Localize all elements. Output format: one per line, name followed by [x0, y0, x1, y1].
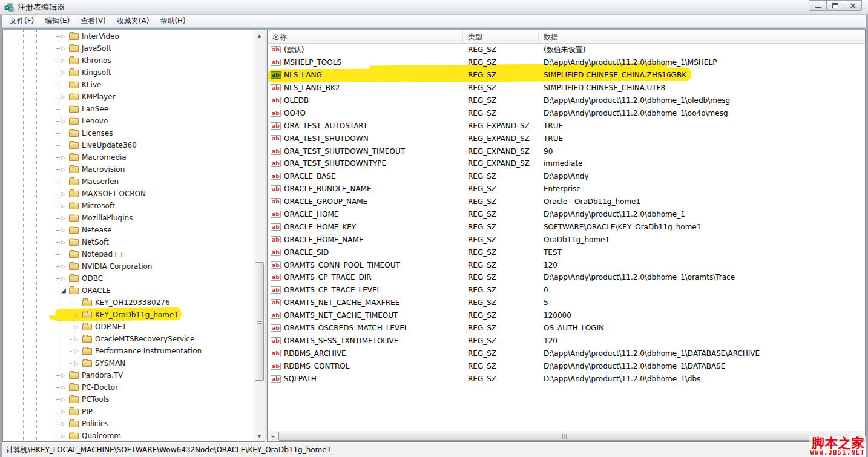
- expander-icon[interactable]: ▷: [61, 421, 68, 427]
- registry-value-row[interactable]: ab OLEDB REG_SZ D:\app\Andy\product\11.2…: [268, 94, 865, 107]
- maximize-button[interactable]: [826, 0, 844, 11]
- scroll-down-arrow-icon[interactable]: ▼: [254, 431, 265, 441]
- expander-icon[interactable]: ▷: [61, 228, 68, 233]
- expander-icon[interactable]: ▷: [61, 70, 68, 76]
- tree-item[interactable]: ▷ PCTools: [3, 393, 254, 406]
- expander-icon[interactable]: ▷: [61, 385, 68, 390]
- tree-vertical-scrollbar[interactable]: ▲ ▼: [254, 30, 265, 441]
- tree-item[interactable]: ▷ Kingsoft: [3, 67, 254, 79]
- tree-item[interactable]: ▷ Pandora.TV: [3, 369, 254, 381]
- expander-icon[interactable]: ▷: [61, 215, 68, 221]
- registry-value-row[interactable]: ab ORACLE_SID REG_SZ TEST: [268, 246, 865, 258]
- registry-value-row[interactable]: ab SQLPATH REG_SZ D:\app\Andy\product\11…: [268, 372, 865, 385]
- registry-value-row[interactable]: ab RDBMS_ARCHIVE REG_SZ D:\app\Andy\prod…: [268, 347, 865, 360]
- tree-item[interactable]: ▷ KMPlayer: [3, 91, 254, 103]
- minimize-button[interactable]: [809, 0, 827, 11]
- tree-item[interactable]: ▷ OracleMTSRecoveryService: [3, 333, 254, 345]
- tree-item[interactable]: ▷ InterVideo: [3, 30, 254, 42]
- expander-icon[interactable]: ▷: [61, 34, 68, 39]
- registry-value-row[interactable]: ab ORACLE_BUNDLE_NAME REG_SZ Enterprise: [268, 183, 865, 196]
- registry-value-row[interactable]: ab RDBMS_CONTROL REG_SZ D:\app\Andy\prod…: [268, 360, 865, 372]
- tree-item[interactable]: ▷ KEY_OraDb11g_home1: [3, 309, 254, 321]
- expander-icon[interactable]: ▷: [61, 94, 68, 100]
- registry-value-row[interactable]: ab ORACLE_HOME_KEY REG_SZ SOFTWARE\ORACL…: [268, 220, 865, 233]
- tree-scrollbar-thumb[interactable]: [255, 262, 264, 381]
- scroll-left-arrow-icon[interactable]: ◄: [268, 431, 278, 441]
- registry-value-row[interactable]: ab ORA_TEST_SHUTDOWNTYPE REG_EXPAND_SZ i…: [268, 157, 865, 170]
- menu-item-help[interactable]: 帮助(H): [154, 15, 191, 27]
- values-horizontal-scrollbar[interactable]: ◄ ►: [268, 431, 865, 441]
- registry-value-row[interactable]: ab NLS_LANG REG_SZ SIMPLIFIED CHINESE_CH…: [268, 69, 865, 82]
- expander-icon[interactable]: ▷: [61, 433, 68, 439]
- tree-item[interactable]: ▷ JavaSoft: [3, 42, 254, 54]
- menu-item-edit[interactable]: 编辑(E): [39, 15, 75, 27]
- expander-icon[interactable]: ▷: [61, 167, 68, 173]
- expander-icon[interactable]: ▷: [61, 58, 68, 64]
- expander-icon[interactable]: ▷: [61, 240, 68, 245]
- expander-icon[interactable]: ▷: [61, 276, 68, 281]
- registry-value-row[interactable]: ab ORA_TEST_SHUTDOWN_TIMEOUT REG_EXPAND_…: [268, 145, 865, 157]
- tree-item[interactable]: ▷ PC-Doctor: [3, 381, 254, 393]
- expander-icon[interactable]: ▷: [61, 397, 68, 403]
- tree-item[interactable]: KLive: [3, 79, 254, 91]
- close-button[interactable]: ×: [844, 0, 862, 11]
- expander-icon[interactable]: ▷: [74, 324, 82, 330]
- registry-value-row[interactable]: ab ORACLE_BASE REG_SZ D:\app\Andy: [268, 170, 865, 183]
- tree-item[interactable]: ▷ MozillaPlugins: [3, 212, 254, 224]
- tree-item[interactable]: ▷ ODP.NET: [3, 321, 254, 333]
- registry-value-row[interactable]: ab ORAMTS_OSCREDS_MATCH_LEVEL REG_SZ OS_…: [268, 322, 865, 335]
- registry-value-row[interactable]: ab ORA_TEST_AUTOSTART REG_EXPAND_SZ TRUE: [268, 119, 865, 132]
- tree-item[interactable]: Notepad++: [3, 248, 254, 260]
- menu-item-file[interactable]: 文件(F): [4, 15, 39, 27]
- tree-item[interactable]: ▷ PIP: [3, 406, 254, 418]
- expander-icon[interactable]: ◢: [61, 288, 68, 294]
- tree-item[interactable]: KEY_OH1293380276: [3, 297, 254, 309]
- tree-item[interactable]: ◢ ORACLE: [3, 284, 254, 297]
- tree-item[interactable]: ▷ Khronos: [3, 54, 254, 67]
- tree-item[interactable]: ▷ MAXSOFT-OCRON: [3, 188, 254, 200]
- registry-value-row[interactable]: ab ORACLE_HOME_NAME REG_SZ OraDb11g_home…: [268, 233, 865, 246]
- expander-icon[interactable]: ▷: [74, 349, 82, 354]
- tree-item[interactable]: ▷ Lenovo: [3, 115, 254, 127]
- tree-item[interactable]: ▷ Microsoft: [3, 200, 254, 212]
- registry-value-row[interactable]: ab ORAMTS_CP_TRACE_LEVEL REG_SZ 0: [268, 284, 865, 297]
- column-header-type[interactable]: 类型: [463, 30, 539, 43]
- registry-value-row[interactable]: ab ORAMTS_CONN_POOL_TIMEOUT REG_SZ 120: [268, 258, 865, 271]
- menu-item-view[interactable]: 查看(V): [75, 15, 111, 27]
- expander-icon[interactable]: ▷: [61, 373, 68, 378]
- scroll-up-arrow-icon[interactable]: ▲: [254, 30, 265, 41]
- registry-value-row[interactable]: ab ORAMTS_NET_CACHE_TIMEOUT REG_SZ 12000…: [268, 309, 865, 322]
- registry-value-row[interactable]: ab ORAMTS_NET_CACHE_MAXFREE REG_SZ 5: [268, 297, 865, 309]
- expander-icon[interactable]: ▷: [61, 409, 68, 415]
- registry-value-row[interactable]: ab ORA_TEST_SHUTDOWN REG_EXPAND_SZ TRUE: [268, 132, 865, 145]
- registry-value-row[interactable]: ab OO4O REG_SZ D:\app\Andy\product\11.2.…: [268, 107, 865, 119]
- tree-item[interactable]: ▷ NetSoft: [3, 236, 254, 248]
- expander-icon[interactable]: ▷: [61, 264, 68, 269]
- expander-icon[interactable]: ▷: [74, 337, 82, 342]
- expander-icon[interactable]: ▷: [61, 191, 68, 197]
- tree-item[interactable]: ▷ Macrovision: [3, 163, 254, 176]
- registry-value-row[interactable]: ab ORACLE_HOME REG_SZ D:\app\Andy\produc…: [268, 208, 865, 221]
- tree-item[interactable]: ▷ Policies: [3, 418, 254, 430]
- tree-item[interactable]: ▷ SYSMAN: [3, 357, 254, 369]
- expander-icon[interactable]: ▷: [74, 361, 82, 366]
- tree-item[interactable]: LiveUpdate360: [3, 139, 254, 151]
- expander-icon[interactable]: ▷: [61, 119, 68, 124]
- tree-item[interactable]: ▷ Macromedia: [3, 151, 254, 163]
- registry-value-row[interactable]: ab ORACLE_GROUP_NAME REG_SZ Oracle - Ora…: [268, 196, 865, 208]
- tree-item[interactable]: ▷ ODBC: [3, 272, 254, 284]
- menu-item-favorites[interactable]: 收藏夹(A): [111, 15, 155, 27]
- registry-value-row[interactable]: ab (默认) REG_SZ (数值未设置): [268, 44, 865, 56]
- expander-icon[interactable]: ▷: [74, 312, 82, 318]
- tree-item[interactable]: ▷ Qualcomm: [3, 430, 254, 442]
- expander-icon[interactable]: ▷: [61, 203, 68, 209]
- tree-item[interactable]: ▷ Netease: [3, 224, 254, 236]
- column-header-name[interactable]: 名称: [268, 30, 463, 43]
- tree-item[interactable]: Licenses: [3, 127, 254, 139]
- registry-value-row[interactable]: ab ORAMTS_SESS_TXNTIMETOLIVE REG_SZ 120: [268, 334, 865, 347]
- expander-icon[interactable]: ▷: [61, 155, 68, 160]
- tree-item[interactable]: Macserlen: [3, 176, 254, 188]
- tree-item[interactable]: ▷ Performance Instrumentation: [3, 345, 254, 357]
- registry-value-row[interactable]: ab ORAMTS_CP_TRACE_DIR REG_SZ D:\app\And…: [268, 271, 865, 284]
- column-header-data[interactable]: 数据: [539, 30, 865, 43]
